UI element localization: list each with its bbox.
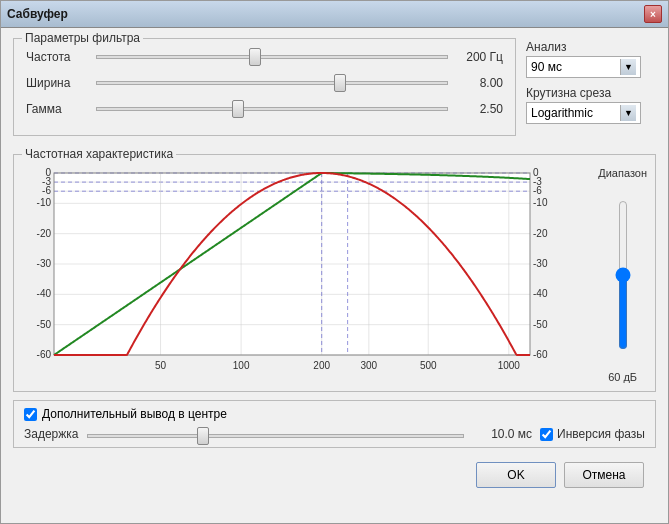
window-title: Сабвуфер [7,7,68,21]
range-slider[interactable] [614,200,632,350]
delay-row: Задержка 10.0 мс Инверсия фазы [24,427,645,441]
cutoff-label: Крутизна среза [526,86,656,100]
chart-section-label: Частотная характеристика [22,147,176,161]
bottom-section: Дополнительный вывод в центре Задержка 1… [13,400,656,448]
analysis-area: Анализ 90 мс ▼ Крутизна среза Logarithmi… [526,38,656,146]
gamma-value: 2.50 [448,102,503,116]
range-label: Диапазон [598,167,647,179]
close-button[interactable]: × [644,5,662,23]
content-area: Параметры фильтра Частота 200 Гц Ширина [1,28,668,508]
width-value: 8.00 [448,76,503,90]
frequency-label: Частота [26,50,96,64]
gamma-label: Гамма [26,102,96,116]
titlebar: Сабвуфер × [1,1,668,28]
width-slider[interactable] [96,81,448,85]
cutoff-group: Крутизна среза Logarithmic ▼ [526,86,656,124]
center-output-checkbox[interactable] [24,408,37,421]
analysis-group: Анализ 90 мс ▼ [526,40,656,78]
delay-slider-container [87,427,465,441]
inversion-checkbox[interactable] [540,428,553,441]
chart-wrapper [22,163,590,383]
filter-params-area: Параметры фильтра Частота 200 Гц Ширина [13,38,516,146]
delay-value: 10.0 мс [472,427,532,441]
cutoff-value: Logarithmic [531,106,593,120]
analysis-value: 90 мс [531,60,562,74]
frequency-row: Частота 200 Гц [26,47,503,67]
footer: OK Отмена [13,458,656,498]
delay-slider[interactable] [87,434,465,438]
center-output-row: Дополнительный вывод в центре [24,407,645,421]
frequency-slider[interactable] [96,55,448,59]
ok-button[interactable]: OK [476,462,556,488]
frequency-slider-container [96,47,448,67]
cutoff-dropdown-arrow: ▼ [620,105,636,121]
filter-params-label: Параметры фильтра [22,31,143,45]
range-db-label: 60 дБ [608,371,637,383]
inversion-label: Инверсия фазы [557,427,645,441]
inversion-check-group: Инверсия фазы [540,427,645,441]
analysis-label: Анализ [526,40,656,54]
gamma-slider[interactable] [96,107,448,111]
top-area: Параметры фильтра Частота 200 Гц Ширина [13,38,656,146]
frequency-chart [22,163,562,383]
gamma-row: Гамма 2.50 [26,99,503,119]
width-slider-container [96,73,448,93]
cancel-button[interactable]: Отмена [564,462,644,488]
range-slider-container [614,183,632,367]
main-window: Сабвуфер × Параметры фильтра Частота 200… [0,0,669,524]
analysis-dropdown[interactable]: 90 мс ▼ [526,56,641,78]
cutoff-dropdown[interactable]: Logarithmic ▼ [526,102,641,124]
width-row: Ширина 8.00 [26,73,503,93]
delay-label: Задержка [24,427,79,441]
filter-params-group: Параметры фильтра Частота 200 Гц Ширина [13,38,516,136]
frequency-value: 200 Гц [448,50,503,64]
width-label: Ширина [26,76,96,90]
center-output-label: Дополнительный вывод в центре [42,407,227,421]
gamma-slider-container [96,99,448,119]
analysis-dropdown-arrow: ▼ [620,59,636,75]
chart-section: Частотная характеристика Диапазон 60 дБ [13,154,656,392]
chart-right-panel: Диапазон 60 дБ [598,163,647,383]
